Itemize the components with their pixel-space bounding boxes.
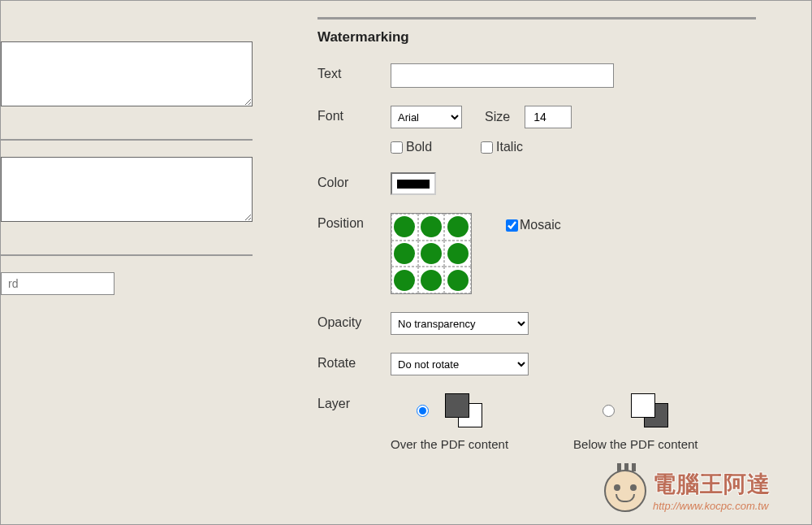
font-label: Font (317, 106, 391, 124)
position-dot-icon (447, 243, 469, 264)
bold-checkbox[interactable] (391, 141, 403, 154)
layer-below-radio[interactable] (603, 405, 615, 417)
rotate-select[interactable]: Do not rotate (391, 353, 529, 375)
position-dot-icon (447, 270, 469, 291)
position-cell-ml[interactable] (391, 241, 418, 267)
color-swatch-icon (397, 180, 430, 189)
position-cell-mr[interactable] (444, 241, 471, 267)
position-cell-tr[interactable] (444, 214, 471, 241)
password-input[interactable] (1, 272, 114, 295)
watermark-text-input[interactable] (391, 63, 614, 88)
left-textarea-1[interactable] (1, 41, 253, 106)
color-picker[interactable] (391, 172, 436, 195)
mosaic-checkbox[interactable] (506, 219, 518, 232)
left-divider-1 (1, 139, 253, 141)
position-cell-bl[interactable] (391, 267, 418, 293)
opacity-label: Opacity (317, 312, 391, 330)
color-label: Color (317, 172, 391, 190)
layer-over-icon (445, 393, 482, 427)
position-cell-tl[interactable] (391, 214, 418, 241)
layer-over-caption: Over the PDF content (391, 437, 508, 451)
rotate-label: Rotate (317, 353, 391, 371)
layer-over-radio[interactable] (417, 405, 429, 417)
font-select[interactable]: Arial (391, 106, 462, 128)
italic-checkbox[interactable] (481, 141, 493, 154)
opacity-select[interactable]: No transparency (391, 312, 529, 335)
position-cell-bc[interactable] (418, 267, 445, 293)
position-dot-icon (394, 270, 415, 291)
position-dot-icon (421, 270, 442, 291)
bold-label: Bold (406, 140, 432, 154)
layer-label: Layer (317, 393, 391, 411)
position-dot-icon (447, 216, 469, 237)
layer-below-icon (631, 393, 668, 427)
left-textarea-2[interactable] (1, 157, 253, 222)
position-dot-icon (421, 216, 442, 237)
size-label: Size (485, 110, 510, 124)
position-dot-icon (421, 243, 442, 264)
mosaic-label: Mosaic (520, 218, 561, 232)
position-dot-icon (394, 243, 415, 264)
section-title: Watermarking (317, 29, 787, 46)
size-input[interactable] (525, 106, 572, 128)
text-label: Text (317, 63, 391, 81)
position-cell-mc[interactable] (418, 241, 445, 267)
section-divider (317, 17, 756, 20)
position-label: Position (317, 213, 391, 231)
position-dot-icon (394, 216, 415, 237)
position-cell-tc[interactable] (418, 214, 445, 241)
layer-below-caption: Below the PDF content (573, 437, 698, 451)
position-cell-br[interactable] (444, 267, 471, 293)
left-divider-2 (1, 254, 253, 256)
italic-label: Italic (496, 140, 523, 154)
position-grid[interactable] (391, 213, 472, 294)
